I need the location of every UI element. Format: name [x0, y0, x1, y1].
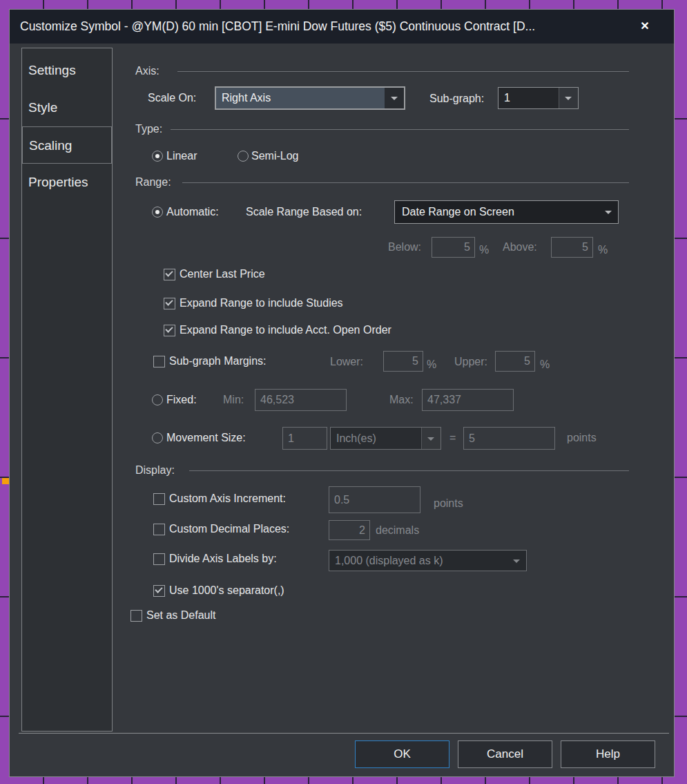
below-percent-label: %: [479, 244, 489, 256]
center-last-price-label[interactable]: Center Last Price: [180, 268, 265, 280]
linear-radio[interactable]: [152, 151, 163, 162]
upper-percent-label: %: [540, 358, 550, 371]
max-input: [422, 389, 514, 411]
close-icon[interactable]: ✕: [635, 17, 655, 36]
sidebar-item-settings[interactable]: Settings: [22, 52, 112, 89]
sidebar-item-label: Properties: [28, 175, 88, 189]
divide-axis-labels-value: 1,000 (displayed as k): [329, 551, 507, 571]
sidebar-item-style[interactable]: Style: [22, 89, 112, 126]
dropdown-arrow-button[interactable]: [559, 88, 578, 108]
lower-label: Lower:: [330, 356, 363, 368]
use-1000s-separator-label[interactable]: Use 1000's separator(,): [169, 584, 284, 597]
sidebar-item-label: Style: [28, 100, 57, 115]
linear-radio-label[interactable]: Linear: [166, 150, 197, 162]
sidebar-item-scaling[interactable]: Scaling: [22, 126, 112, 164]
expand-acct-label[interactable]: Expand Range to include Acct. Open Order: [180, 324, 391, 336]
movement-points-unit-label: points: [567, 432, 597, 444]
semilog-radio-label[interactable]: Semi-Log: [251, 150, 298, 162]
automatic-radio[interactable]: [152, 207, 163, 218]
chevron-down-icon: [427, 437, 434, 441]
expand-acct-checkbox[interactable]: [164, 325, 175, 336]
upper-input: [495, 351, 535, 372]
customize-symbol-dialog: Customize Symbol - @YM(D) 60 min [CBOT] …: [9, 9, 675, 777]
divide-axis-labels-dropdown: 1,000 (displayed as k): [329, 550, 527, 571]
min-input: [255, 389, 347, 411]
dropdown-arrow-button: [421, 428, 441, 449]
use-1000s-separator-checkbox[interactable]: [153, 585, 165, 597]
custom-decimal-places-label[interactable]: Custom Decimal Places:: [169, 523, 289, 535]
chevron-down-icon: [513, 560, 520, 563]
fixed-radio-label[interactable]: Fixed:: [166, 394, 197, 406]
chevron-down-icon: [605, 211, 612, 214]
expand-studies-checkbox[interactable]: [164, 298, 175, 309]
movement-size-label[interactable]: Movement Size:: [166, 432, 246, 444]
cancel-button[interactable]: Cancel: [458, 740, 552, 768]
type-section-label: Type:: [135, 123, 162, 135]
max-label: Max:: [389, 394, 414, 406]
subgraph-dropdown[interactable]: 1: [498, 87, 579, 109]
sidebar-item-properties[interactable]: Properties: [22, 164, 112, 201]
lower-percent-label: %: [427, 358, 436, 371]
type-section-rule: [171, 129, 629, 130]
set-as-default-label[interactable]: Set as Default: [146, 609, 216, 622]
scale-range-dropdown[interactable]: Date Range on Screen: [394, 200, 619, 224]
ok-button[interactable]: OK: [355, 740, 449, 768]
category-listbox: Settings Style Scaling Properties: [21, 48, 113, 732]
sidebar-item-label: Scaling: [29, 138, 72, 153]
display-section-label: Display:: [135, 464, 175, 477]
divide-axis-labels-label[interactable]: Divide Axis Labels by:: [169, 553, 277, 565]
set-as-default-checkbox[interactable]: [130, 610, 142, 622]
axis-section-rule: [177, 71, 629, 72]
dropdown-arrow-button[interactable]: [599, 201, 618, 223]
sidebar-item-label: Settings: [28, 63, 76, 77]
lower-input: [383, 351, 423, 372]
custom-axis-increment-label[interactable]: Custom Axis Increment:: [169, 493, 286, 505]
subgraph-margins-label[interactable]: Sub-graph Margins:: [169, 355, 267, 367]
check-icon: [155, 585, 162, 593]
dropdown-arrow-button[interactable]: [385, 88, 404, 108]
chevron-down-icon: [565, 97, 572, 100]
semilog-radio[interactable]: [238, 151, 249, 162]
equals-sign: =: [449, 432, 456, 444]
range-section-label: Range:: [135, 176, 171, 189]
movement-unit-dropdown: Inch(es): [330, 427, 441, 450]
custom-axis-increment-checkbox[interactable]: [153, 493, 165, 505]
dialog-titlebar[interactable]: Customize Symbol - @YM(D) 60 min [CBOT] …: [10, 10, 674, 44]
scale-on-dropdown[interactable]: Right Axis: [215, 86, 405, 110]
movement-points-input: [463, 427, 555, 450]
custom-decimal-places-checkbox[interactable]: [153, 524, 165, 535]
scale-range-based-on-label: Scale Range Based on:: [246, 206, 362, 218]
scale-on-value: Right Axis: [216, 88, 385, 108]
upper-label: Upper:: [454, 356, 487, 368]
subgraph-value: 1: [499, 88, 559, 108]
footer-divider: [19, 733, 669, 734]
min-label: Min:: [223, 394, 244, 406]
subgraph-margins-checkbox[interactable]: [153, 356, 165, 367]
radio-dot-icon: [155, 154, 159, 158]
check-icon: [165, 269, 173, 276]
movement-size-input: [282, 427, 327, 450]
range-section-rule: [182, 182, 629, 183]
axis-section-label: Axis:: [135, 65, 159, 77]
expand-studies-label[interactable]: Expand Range to include Studies: [180, 297, 343, 309]
custom-decimal-places-unit-label: decimals: [376, 524, 419, 537]
scale-on-label: Scale On:: [148, 92, 196, 104]
custom-axis-increment-unit-label: points: [434, 497, 463, 510]
help-button[interactable]: Help: [561, 740, 655, 768]
fixed-radio[interactable]: [152, 394, 163, 405]
custom-decimal-places-input: [329, 520, 370, 540]
dropdown-arrow-button: [507, 551, 526, 571]
dialog-title: Customize Symbol - @YM(D) 60 min [CBOT] …: [20, 19, 535, 33]
scale-range-value: Date Range on Screen: [395, 201, 599, 223]
above-input: [551, 237, 593, 258]
automatic-radio-label[interactable]: Automatic:: [166, 206, 219, 218]
divide-axis-labels-checkbox[interactable]: [153, 553, 165, 565]
below-input: [432, 237, 475, 258]
below-label: Below:: [388, 241, 421, 254]
subgraph-label: Sub-graph:: [429, 93, 484, 105]
center-last-price-checkbox[interactable]: [164, 269, 175, 280]
movement-size-radio[interactable]: [152, 432, 163, 443]
radio-dot-icon: [155, 210, 159, 214]
above-percent-label: %: [598, 244, 608, 256]
custom-axis-increment-input: [329, 486, 420, 513]
